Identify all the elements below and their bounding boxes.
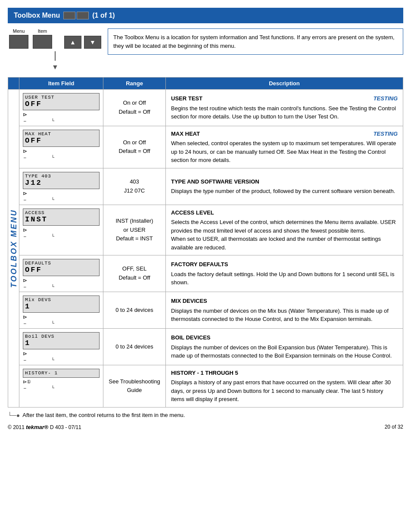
- menu-label: Menu: [13, 28, 25, 34]
- main-table: Item Field Range Description TOOLBOX MEN…: [8, 77, 403, 408]
- arrow-down-icon: ▼: [52, 63, 59, 71]
- model-number: D 403 - 07/11: [50, 424, 81, 430]
- table-row: MAX HEATOFF⊳– └On or OffDefault = OffMAX…: [8, 126, 403, 168]
- desc-title: BOIL DEVICES: [171, 333, 211, 342]
- desc-title: MIX DEVICES: [171, 297, 207, 305]
- toolbox-menu-label: TOOLBOX MENU: [8, 90, 19, 408]
- desc-text: Loads the factory default settings. Hold…: [171, 270, 398, 287]
- header-icon: [63, 12, 89, 19]
- desc-title: FACTORY DEFAULTS: [171, 260, 228, 269]
- desc-text: Displays a history of any past errors th…: [171, 378, 398, 404]
- header-title: Toolbox Menu: [14, 12, 60, 19]
- description-cell: BOIL DEVICESDisplays the number of devic…: [166, 329, 403, 365]
- description-cell: USER TESTTESTINGBegins the test routine …: [166, 90, 403, 126]
- item-field-cell: HISTORY- 1⊳①– └: [19, 365, 103, 407]
- range-cell: 403J12 07C: [103, 168, 166, 205]
- item-field-cell: ACCESSINST⊳– └: [19, 205, 103, 255]
- desc-title: TYPE AND SOFTWARE VERSION: [171, 177, 259, 186]
- table-row: TOOLBOX MENUUSER TESTOFF⊳– └On or OffDef…: [8, 90, 403, 126]
- copyright-area: © 2011 tekmar® D 403 - 07/11: [8, 424, 81, 430]
- table-row: DEFAULTSOFF⊳– └OFF, SELDefault = OffFACT…: [8, 255, 403, 292]
- desc-tag: TESTING: [374, 94, 398, 103]
- desc-text: Selects the Access Level of the control,…: [171, 218, 398, 252]
- footer-arrow-icon: └─●: [8, 412, 20, 419]
- table-row: TYPE 403J12⊳– └403J12 07CTYPE AND SOFTWA…: [8, 168, 403, 205]
- item-field-cell: DEFAULTSOFF⊳– └: [19, 255, 103, 292]
- desc-title: ACCESS LEVEL: [171, 208, 214, 217]
- col-header-description: Description: [166, 78, 403, 90]
- item-field-cell: TYPE 403J12⊳– └: [19, 168, 103, 205]
- up-arrow-button[interactable]: ▲: [64, 36, 81, 49]
- desc-text: Begins the test routine which tests the …: [171, 104, 398, 121]
- range-cell: On or OffDefault = Off: [103, 126, 166, 168]
- table-row: ACCESSINST⊳– └INST (Installer)or USERDef…: [8, 205, 403, 255]
- header-subtitle: (1 of 1): [92, 12, 115, 19]
- range-cell: 0 to 24 devices: [103, 329, 166, 365]
- range-cell: 0 to 24 devices: [103, 292, 166, 329]
- table-row: Mix DEVS1⊳– └0 to 24 devicesMIX DEVICESD…: [8, 292, 403, 329]
- menu-button[interactable]: [9, 35, 28, 49]
- range-cell: INST (Installer)or USERDefault = INST: [103, 205, 166, 255]
- footer-bottom: © 2011 tekmar® D 403 - 07/11 20 of 32: [8, 424, 403, 430]
- desc-title: USER TEST: [171, 94, 202, 103]
- description-cell: TYPE AND SOFTWARE VERSIONDisplays the ty…: [166, 168, 403, 205]
- item-button[interactable]: [33, 35, 52, 49]
- description-cell: FACTORY DEFAULTSLoads the factory defaul…: [166, 255, 403, 292]
- item-field-cell: MAX HEATOFF⊳– └: [19, 126, 103, 168]
- desc-text: When selected, control operates the syst…: [171, 139, 398, 165]
- range-cell: On or OffDefault = Off: [103, 90, 166, 126]
- copyright-text: © 2011: [8, 424, 25, 430]
- down-arrow-button[interactable]: ▼: [84, 36, 101, 49]
- footer-note: └─● After the last item, the control ret…: [8, 412, 403, 419]
- page-number: 20 of 32: [385, 424, 403, 430]
- desc-text: Displays the type number of the product,…: [171, 187, 398, 196]
- intro-description: The Toolbox Menu is a location for syste…: [108, 28, 403, 55]
- description-cell: MIX DEVICESDisplays the number of device…: [166, 292, 403, 329]
- col-header-item: Item Field: [19, 78, 103, 90]
- item-field-cell: USER TESTOFF⊳– └: [19, 90, 103, 126]
- item-field-cell: Mix DEVS1⊳– └: [19, 292, 103, 329]
- desc-title: MAX HEAT: [171, 130, 200, 138]
- range-cell: OFF, SELDefault = Off: [103, 255, 166, 292]
- col-header-range: Range: [103, 78, 166, 90]
- intro-section: Menu Item ▲ ▼ ▼ The Toolbox Menu is a lo…: [8, 28, 403, 71]
- range-cell: See TroubleshootingGuide: [103, 365, 166, 407]
- table-row: Boil DEVS1⊳– └0 to 24 devicesBOIL DEVICE…: [8, 329, 403, 365]
- item-label: Item: [38, 28, 47, 34]
- description-cell: ACCESS LEVELSelects the Access Level of …: [166, 205, 403, 255]
- down-arrow-line: [55, 51, 56, 61]
- page-header: Toolbox Menu (1 of 1): [8, 8, 403, 23]
- brand-name: tekmar®: [26, 424, 50, 430]
- item-field-cell: Boil DEVS1⊳– └: [19, 329, 103, 365]
- desc-tag: TESTING: [374, 130, 398, 138]
- description-cell: HISTORY - 1 THROUGH 5Displays a history …: [166, 365, 403, 407]
- desc-text: Displays the number of devices on the Bo…: [171, 343, 398, 360]
- table-row: HISTORY- 1⊳①– └See TroubleshootingGuideH…: [8, 365, 403, 407]
- footer-note-text: After the last item, the control returns…: [22, 412, 185, 418]
- description-cell: MAX HEATTESTINGWhen selected, control op…: [166, 126, 403, 168]
- desc-title: HISTORY - 1 THROUGH 5: [171, 369, 238, 377]
- button-diagram: Menu Item ▲ ▼ ▼: [8, 28, 103, 71]
- desc-text: Displays the number of devices on the Mi…: [171, 307, 398, 324]
